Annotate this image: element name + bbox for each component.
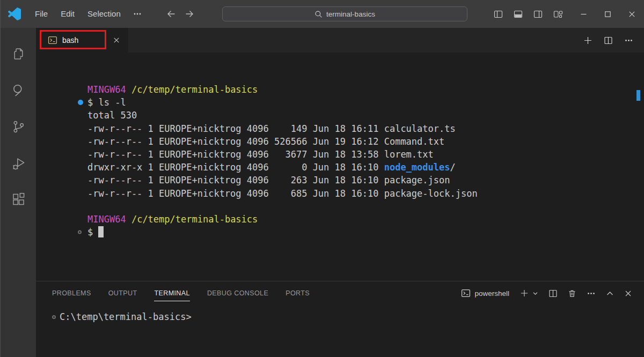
explorer-icon <box>11 47 26 61</box>
close-icon <box>624 289 632 298</box>
launch-profile-button[interactable] <box>532 291 538 296</box>
chevron-down-icon <box>532 291 538 296</box>
directory-link[interactable]: node_modules <box>384 162 450 173</box>
terminal-output: MINGW64 /c/temp/terminal-basics$ ls -lto… <box>87 83 478 239</box>
terminal-text: -rw-r--r-- 1 EUROPE+nicktrog 4096 685 Ju… <box>87 188 478 199</box>
trash-icon <box>568 289 576 298</box>
terminal-icon <box>461 288 471 298</box>
more-actions-button[interactable] <box>624 36 633 45</box>
go-forward-button[interactable] <box>184 9 195 19</box>
close-window-button[interactable] <box>620 0 644 28</box>
activity-search-button[interactable] <box>1 72 36 108</box>
editor-column: bash <box>36 28 644 357</box>
activity-source-control-button[interactable] <box>1 108 36 145</box>
vscode-logo-icon <box>1 8 28 20</box>
menu-bar: FileEditSelection <box>28 0 127 28</box>
terminal-instance-label: powershell <box>474 289 509 298</box>
terminal-text <box>126 84 131 95</box>
plus-icon <box>520 289 529 298</box>
terminal-line: MINGW64 /c/temp/terminal-basics <box>87 213 478 226</box>
terminal-line: MINGW64 /c/temp/terminal-basics <box>87 83 478 96</box>
menu-overflow-button[interactable] <box>127 9 148 19</box>
maximize-icon <box>604 10 612 18</box>
terminal-text: $ <box>87 227 98 237</box>
minimize-button[interactable] <box>572 0 596 28</box>
terminal-text: -rw-r--r-- 1 EUROPE+nicktrog 4096 263 Ju… <box>87 175 450 185</box>
terminal-text: MINGW64 <box>87 84 126 95</box>
ellipsis-icon <box>133 9 142 19</box>
activity-extensions-button[interactable] <box>1 181 36 218</box>
close-panel-button[interactable] <box>624 289 632 298</box>
maximize-button[interactable] <box>596 0 620 28</box>
panel-tab-output[interactable]: OUTPUT <box>108 281 137 305</box>
search-icon <box>314 10 323 18</box>
terminal-text: / <box>450 162 456 173</box>
terminal-editor-area[interactable]: MINGW64 /c/temp/terminal-basics$ ls -lto… <box>36 53 644 281</box>
split-terminal-button[interactable] <box>548 289 558 298</box>
terminal-text: total 530 <box>87 110 137 121</box>
panel-terminal[interactable]: C:\temp\terminal-basics> <box>36 305 644 357</box>
panel-more-actions-button[interactable] <box>587 289 596 298</box>
menu-file[interactable]: File <box>28 0 54 28</box>
tab-close-button[interactable] <box>111 35 122 46</box>
editor-actions <box>583 28 633 53</box>
run-debug-icon <box>11 156 26 170</box>
titlebar-right <box>494 0 644 28</box>
chevron-up-icon <box>606 289 614 298</box>
toggle-sidebar-button[interactable] <box>494 10 503 19</box>
new-terminal-button[interactable] <box>520 289 529 298</box>
command-decoration-dot <box>78 100 83 105</box>
terminal-text: /c/temp/terminal-basics <box>131 84 258 95</box>
menu-edit[interactable]: Edit <box>54 0 81 28</box>
kill-terminal-button[interactable] <box>568 289 576 298</box>
panel-tab-terminal[interactable]: TERMINAL <box>154 281 189 305</box>
extensions-icon <box>11 192 26 207</box>
customize-layout-icon <box>553 10 563 19</box>
panel-tab-ports[interactable]: PORTS <box>286 281 310 305</box>
terminal-text: -rw-r--r-- 1 EUROPE+nicktrog 4096 149 Ju… <box>87 123 456 134</box>
scrollbar-command-marker <box>636 90 640 101</box>
customize-layout-button[interactable] <box>553 10 563 19</box>
panel-header: PROBLEMSOUTPUTTERMINALDEBUG CONSOLEPORTS… <box>36 281 644 305</box>
window-controls <box>572 0 644 28</box>
ellipsis-icon <box>624 36 633 45</box>
prompt-text: C:\temp\terminal-basics> <box>60 310 192 323</box>
terminal-line: total 530 <box>87 109 478 122</box>
activity-explorer-button[interactable] <box>1 35 36 72</box>
terminal-instance-item[interactable]: powershell <box>461 288 509 298</box>
terminal-line: $ ls -l <box>87 96 478 109</box>
split-terminal-icon <box>548 289 558 298</box>
editor-tabstrip: bash <box>36 28 644 53</box>
terminal-line: -rw-r--r-- 1 EUROPE+nicktrog 4096 685 Ju… <box>87 187 478 200</box>
command-center-search[interactable]: terminal-basics <box>222 6 467 21</box>
minimize-icon <box>580 10 588 18</box>
split-editor-button[interactable] <box>604 36 613 45</box>
terminal-line: -rw-r--r-- 1 EUROPE+nicktrog 4096 3677 J… <box>87 148 478 161</box>
split-editor-icon <box>604 36 613 45</box>
arrow-back-icon <box>166 9 177 19</box>
layout-sidebar-right-icon <box>533 10 543 19</box>
close-icon <box>113 36 120 44</box>
toggle-secondary-sidebar-button[interactable] <box>533 10 543 19</box>
panel-tab-debug-console[interactable]: DEBUG CONSOLE <box>207 281 268 305</box>
terminal-text: MINGW64 <box>87 214 126 225</box>
go-back-button[interactable] <box>166 9 177 19</box>
layout-sidebar-left-icon <box>494 10 503 19</box>
history-navigation <box>166 9 195 19</box>
terminal-text: drwxr-xr-x 1 EUROPE+nicktrog 4096 0 Jun … <box>87 162 384 173</box>
tab-bash[interactable]: bash <box>36 28 128 53</box>
search-icon <box>11 83 26 98</box>
terminal-line: -rw-r--r-- 1 EUROPE+nicktrog 4096 526566… <box>87 135 478 148</box>
terminal-text: /c/temp/terminal-basics <box>131 214 258 225</box>
terminal-text: -rw-r--r-- 1 EUROPE+nicktrog 4096 3677 J… <box>87 149 434 160</box>
menu-selection[interactable]: Selection <box>81 0 127 28</box>
activity-run-debug-button[interactable] <box>1 145 36 181</box>
panel-actions: powershell <box>461 281 632 305</box>
command-pending-decoration <box>52 315 56 319</box>
titlebar: FileEditSelection terminal-basics <box>1 0 644 28</box>
new-terminal-button[interactable] <box>583 36 592 45</box>
panel-tab-problems[interactable]: PROBLEMS <box>52 281 91 305</box>
maximize-panel-button[interactable] <box>606 289 614 298</box>
terminal-icon <box>48 35 57 45</box>
toggle-panel-button[interactable] <box>514 10 523 19</box>
